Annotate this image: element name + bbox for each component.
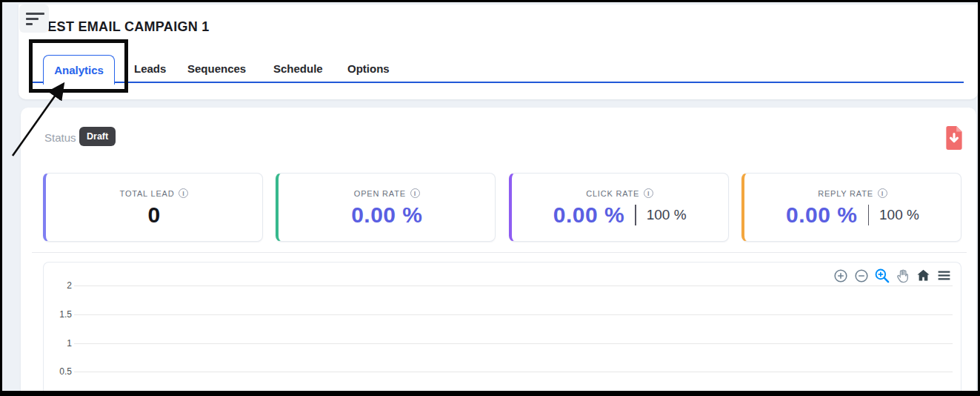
stat-card-open-rate: OPEN RATE i 0.00 % xyxy=(276,173,496,242)
screenshot-frame: TEST EMAIL CAMPAIGN 1 Analytics Leads Se… xyxy=(0,0,980,396)
stat-label: CLICK RATE xyxy=(586,189,639,198)
tab-analytics[interactable]: Analytics xyxy=(43,55,115,85)
chart-menu-icon[interactable] xyxy=(936,268,952,283)
zoom-in-icon[interactable] xyxy=(833,268,848,283)
home-reset-icon[interactable] xyxy=(916,268,931,283)
gridline xyxy=(74,314,953,315)
gridline xyxy=(74,372,953,372)
stat-value: 0.00 % xyxy=(553,202,624,228)
value-divider xyxy=(635,205,636,225)
campaign-header: TEST EMAIL CAMPAIGN 1 Analytics Leads Se… xyxy=(19,4,978,99)
info-icon[interactable]: i xyxy=(179,188,188,198)
y-axis-tick: 2 xyxy=(50,280,72,291)
info-icon[interactable]: i xyxy=(878,188,887,198)
selection-zoom-icon[interactable] xyxy=(874,268,890,283)
stat-card-reply-rate: REPLY RATE i 0.00 % 100 % xyxy=(741,173,961,242)
analytics-panel: Status Draft TOTAL LEAD i 0 xyxy=(21,108,976,393)
gridline xyxy=(74,343,953,344)
tab-sequences[interactable]: Sequences xyxy=(187,55,246,83)
download-report-button[interactable] xyxy=(944,125,964,151)
stat-secondary-value: 100 % xyxy=(879,207,919,223)
value-divider xyxy=(868,205,870,225)
info-icon[interactable]: i xyxy=(410,188,420,198)
zoom-out-icon[interactable] xyxy=(853,268,869,283)
stat-value: 0.00 % xyxy=(786,202,857,228)
status-label: Status xyxy=(44,131,76,144)
pan-icon[interactable] xyxy=(895,268,910,283)
file-download-icon xyxy=(944,125,964,151)
tab-bar: Analytics Leads Sequences Schedule Optio… xyxy=(32,55,964,83)
status-badge: Draft xyxy=(79,127,116,146)
tab-options[interactable]: Options xyxy=(347,55,390,83)
tab-schedule[interactable]: Schedule xyxy=(273,55,323,83)
stat-card-total-lead: TOTAL LEAD i 0 xyxy=(43,173,263,242)
analytics-chart: 2 1.5 1 0.5 xyxy=(43,262,961,393)
section-divider xyxy=(32,252,967,253)
filter-sort-icon-button[interactable] xyxy=(19,4,49,33)
y-axis-tick: 1 xyxy=(50,338,72,349)
tab-leads[interactable]: Leads xyxy=(134,55,166,83)
chart-toolbar xyxy=(833,268,952,283)
stat-label: OPEN RATE xyxy=(354,189,406,198)
y-axis-tick: 1.5 xyxy=(50,309,72,320)
y-axis-tick: 0.5 xyxy=(50,366,72,377)
page-title: TEST EMAIL CAMPAIGN 1 xyxy=(39,19,210,35)
stat-label: REPLY RATE xyxy=(818,189,873,198)
stat-secondary-value: 100 % xyxy=(647,207,687,223)
stat-label: TOTAL LEAD xyxy=(120,189,175,198)
gridline xyxy=(74,286,953,286)
stat-card-click-rate: CLICK RATE i 0.00 % 100 % xyxy=(509,173,729,242)
stat-value: 0 xyxy=(147,202,160,228)
stat-value: 0.00 % xyxy=(351,202,422,228)
filter-sort-icon xyxy=(26,13,44,15)
info-icon[interactable]: i xyxy=(644,188,653,198)
stat-cards-row: TOTAL LEAD i 0 OPEN RATE i 0.00 % CLIC xyxy=(43,173,961,242)
